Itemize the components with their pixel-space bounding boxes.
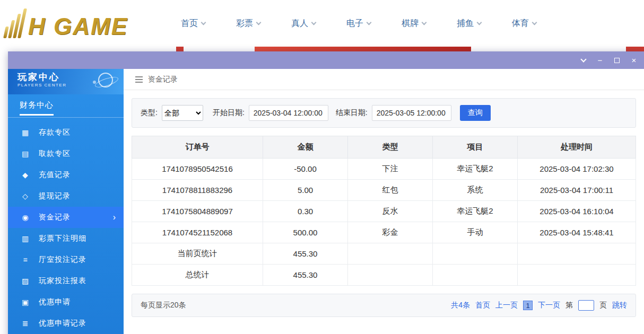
current-page-badge[interactable]: 1 xyxy=(523,301,533,310)
next-page-link[interactable]: 下一页 xyxy=(538,301,560,310)
end-date-input[interactable] xyxy=(372,105,451,121)
filter-bar: 类型: 全部 开始日期: 结束日期: 查询 xyxy=(132,98,636,128)
start-date-label: 开始日期: xyxy=(213,108,245,118)
nav-label: 棋牌 xyxy=(402,18,419,29)
chevron-down-icon xyxy=(256,20,262,25)
cell-type: 彩金 xyxy=(348,222,433,243)
table-row: 1741078811883296 5.00 红包 系统 2025-03-04 1… xyxy=(132,180,636,201)
funds-records-icon: ◉ xyxy=(21,213,30,222)
type-label: 类型: xyxy=(141,108,158,118)
end-date-label: 结束日期: xyxy=(336,108,368,118)
banner-fragment xyxy=(626,47,644,51)
sidebar-item-withdraw-zone[interactable]: ▤ 取款专区 xyxy=(8,143,124,164)
sidebar-item-label: 资金记录 xyxy=(39,213,71,222)
cell-time: 2025-03-04 16:10:04 xyxy=(518,201,636,222)
cell-empty xyxy=(433,265,518,286)
sidebar-item-withdraw-records[interactable]: ◇ 提现记录 xyxy=(8,186,124,207)
player-center-window: − × 玩家中心 PLAYERS CENTER 财务中心 ▦ 存款专区 ▤ xyxy=(8,51,644,334)
nav-item-fishing[interactable]: 捕鱼 xyxy=(441,18,497,29)
sidebar-item-deposit-zone[interactable]: ▦ 存款专区 xyxy=(8,122,124,143)
cell-empty xyxy=(433,243,518,265)
nav-item-sports[interactable]: 体育 xyxy=(497,18,552,29)
query-button[interactable]: 查询 xyxy=(460,105,491,121)
jump-page-input[interactable] xyxy=(578,300,594,311)
sidebar-item-player-bet-report[interactable]: ▨ 玩家投注报表 xyxy=(8,270,124,292)
nav-label: 电子 xyxy=(346,18,363,29)
col-processed-time: 处理时间 xyxy=(518,136,636,159)
cell-empty xyxy=(348,265,433,286)
cell-empty xyxy=(348,243,433,265)
nav-item-home[interactable]: 首页 xyxy=(166,18,221,29)
col-amount: 金额 xyxy=(263,136,348,159)
sidebar-item-promo-apply-records[interactable]: ≣ 优惠申请记录 xyxy=(8,313,124,334)
cell-type: 红包 xyxy=(348,180,433,201)
nav-item-live[interactable]: 真人 xyxy=(276,18,331,29)
nav-label: 首页 xyxy=(181,18,198,29)
cell-summary-amount: 455.30 xyxy=(263,265,348,286)
sidebar-item-promo-apply[interactable]: ▣ 优惠申请 xyxy=(8,292,124,313)
nav-label: 真人 xyxy=(291,18,308,29)
jump-go-link[interactable]: 跳转 xyxy=(612,301,627,310)
cell-amount: 5.00 xyxy=(263,180,348,201)
start-date-input[interactable] xyxy=(249,105,328,121)
active-chevron-icon: › xyxy=(113,213,116,222)
window-minimize-icon[interactable]: − xyxy=(596,56,604,64)
cell-time: 2025-03-04 17:02:30 xyxy=(518,159,636,180)
hall-bet-records-icon: ≡ xyxy=(21,256,30,264)
col-order-no: 订单号 xyxy=(132,136,263,159)
main-nav: 首页 彩票 真人 电子 棋牌 捕鱼 体育 xyxy=(166,18,552,29)
cell-project: 系统 xyxy=(433,180,518,201)
table-row: 1741078950542516 -50.00 下注 幸运飞艇2 2025-03… xyxy=(132,159,636,180)
nav-item-slots[interactable]: 电子 xyxy=(331,18,386,29)
chevron-down-icon xyxy=(367,20,372,25)
deposit-zone-icon: ▦ xyxy=(21,128,30,137)
planet-icon xyxy=(98,73,113,87)
cell-summary-amount: 455.30 xyxy=(263,243,348,265)
cell-amount: -50.00 xyxy=(263,159,348,180)
window-titlebar: − × xyxy=(8,51,644,69)
sidebar-item-lottery-bet-details[interactable]: ▥ 彩票下注明细 xyxy=(8,228,124,249)
nav-label: 体育 xyxy=(512,18,529,29)
pagination: 共4条 首页 上一页 1 下一页 第 页 跳转 xyxy=(451,300,627,311)
menu-icon[interactable] xyxy=(135,76,143,83)
logo-bars-icon xyxy=(3,8,27,38)
sidebar-item-hall-bet-records[interactable]: ≡ 厅室投注记录 xyxy=(8,249,124,270)
withdraw-zone-icon: ▤ xyxy=(21,150,30,158)
window-maximize-icon[interactable] xyxy=(614,58,620,63)
col-type: 类型 xyxy=(348,136,433,159)
table-row-page-summary: 当前页统计 455.30 xyxy=(132,243,636,265)
cell-amount: 500.00 xyxy=(263,222,348,243)
type-select[interactable]: 全部 xyxy=(162,105,203,121)
top-navigation-bar: H GAME 首页 彩票 真人 电子 棋牌 捕鱼 体育 xyxy=(0,0,644,47)
table-header-row: 订单号 金额 类型 项目 处理时间 xyxy=(132,136,636,159)
promo-apply-records-icon: ≣ xyxy=(21,319,30,328)
cell-summary-label: 总统计 xyxy=(132,265,263,286)
cell-type: 反水 xyxy=(348,201,433,222)
nav-item-cards[interactable]: 棋牌 xyxy=(386,18,441,29)
main-content: 资金记录 类型: 全部 开始日期: 结束日期: 查询 xyxy=(124,69,644,334)
table-row: 1741075804889097 0.30 反水 幸运飞艇2 2025-03-0… xyxy=(132,201,636,222)
nav-item-lottery[interactable]: 彩票 xyxy=(221,18,276,29)
total-count: 共4条 xyxy=(451,301,470,310)
logo-text: H GAME xyxy=(28,15,128,38)
cell-type: 下注 xyxy=(348,159,433,180)
nav-label: 彩票 xyxy=(236,18,253,29)
sidebar-item-label: 存款专区 xyxy=(39,128,71,137)
nav-label: 捕鱼 xyxy=(457,18,474,29)
cell-time: 2025-03-04 17:00:11 xyxy=(518,180,636,201)
site-logo[interactable]: H GAME xyxy=(6,8,160,38)
cell-order-no: 1741078811883296 xyxy=(132,180,263,201)
sidebar-item-recharge-records[interactable]: ◆ 充值记录 xyxy=(8,164,124,186)
first-page-link[interactable]: 首页 xyxy=(475,301,490,310)
chevron-down-icon xyxy=(532,20,537,25)
prev-page-link[interactable]: 上一页 xyxy=(495,301,518,310)
player-bet-report-icon: ▨ xyxy=(21,277,30,285)
window-close-icon[interactable]: × xyxy=(630,56,638,64)
sidebar-item-label: 玩家投注报表 xyxy=(39,276,86,286)
sidebar-item-label: 充值记录 xyxy=(39,170,71,180)
sidebar-item-label: 优惠申请 xyxy=(39,297,71,307)
sidebar-item-funds-records[interactable]: ◉ 资金记录 › xyxy=(8,207,124,228)
window-collapse-icon[interactable] xyxy=(580,56,586,62)
cell-empty xyxy=(518,243,636,265)
cell-order-no: 1741078950542516 xyxy=(132,159,263,180)
